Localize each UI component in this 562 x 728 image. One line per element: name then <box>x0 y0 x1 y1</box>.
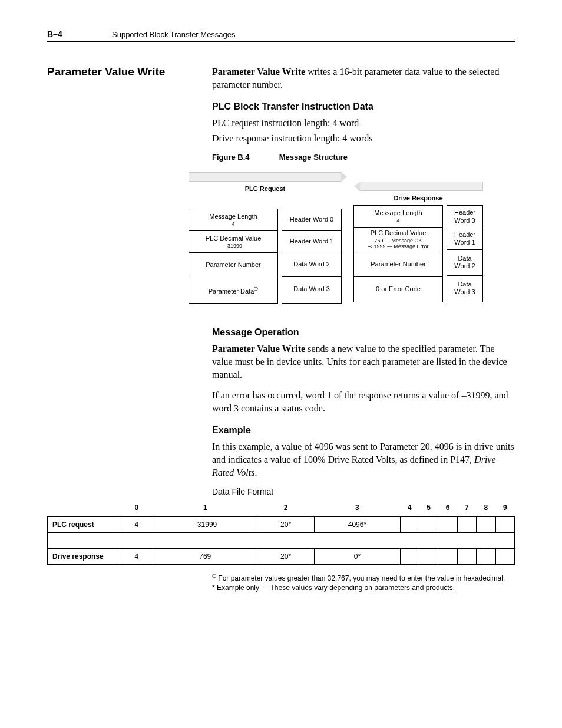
col-3: 3 <box>315 501 400 517</box>
row-label: PLC request <box>48 517 120 533</box>
plc-word: Data Word 2 <box>282 252 341 277</box>
drv-cell: 0 or Error Code <box>354 277 442 301</box>
plc-cell: PLC Decimal Value–31999 <box>189 231 277 253</box>
message-structure-diagram: PLC Request Message Length4 PLC Decimal … <box>189 172 515 304</box>
drv-right-stack: Header Word 0 Header Word 1 Data Word 2 … <box>447 205 483 302</box>
cell: 4 <box>120 549 153 565</box>
footnote-1: ➀ For parameter values greater than 32,7… <box>212 573 515 582</box>
page-header: B–4 Supported Block Transfer Messages <box>47 29 515 42</box>
cell: 20* <box>257 549 314 565</box>
plc-request-title: PLC Request <box>189 185 342 192</box>
msg-op-bold: Parameter Value Write <box>212 344 305 354</box>
cell <box>477 549 495 565</box>
plc-cell: Message Length4 <box>189 209 277 231</box>
col-4: 4 <box>400 501 419 517</box>
arrow-left-icon <box>359 182 483 191</box>
col-0: 0 <box>120 501 153 517</box>
drv-word: Header Word 0 <box>447 206 482 228</box>
intro-bold: Parameter Value Write <box>212 67 305 77</box>
cell <box>438 517 457 533</box>
cell: 0* <box>315 549 400 565</box>
plc-word: Header Word 1 <box>282 231 341 252</box>
drive-response-group: Drive Response Message Length4 PLC Decim… <box>353 172 483 304</box>
cell <box>495 517 514 533</box>
col-9: 9 <box>495 501 514 517</box>
table-header-row: 0 1 2 3 4 5 6 7 8 9 <box>48 501 515 517</box>
example-heading: Example <box>212 425 515 436</box>
plc-line1: PLC request instruction length: 4 word <box>212 117 515 130</box>
cell: 4096* <box>315 517 400 533</box>
drv-cell: Message Length4 <box>354 206 442 228</box>
col-7: 7 <box>457 501 476 517</box>
figure-label: Figure B.4 <box>212 153 277 162</box>
example-p1: In this example, a value of 4096 was sen… <box>212 440 515 479</box>
plc-line2: Drive response instruction length: 4 wor… <box>212 132 515 145</box>
msg-op-heading: Message Operation <box>212 327 515 338</box>
plc-word: Data Word 3 <box>282 277 341 301</box>
col-6: 6 <box>438 501 457 517</box>
plc-word: Header Word 0 <box>282 209 341 230</box>
footnote-2: * Example only — These values vary depen… <box>212 584 515 592</box>
drv-left-stack: Message Length4 PLC Decimal Value769 — M… <box>353 205 443 302</box>
cell: 20* <box>257 517 314 533</box>
drv-cell: PLC Decimal Value769 — Message OK–31999 … <box>354 228 442 252</box>
cell <box>438 549 457 565</box>
plc-right-stack: Header Word 0 Header Word 1 Data Word 2 … <box>282 209 342 304</box>
arrow-right-icon <box>189 172 342 182</box>
col-2: 2 <box>257 501 314 517</box>
drv-word: Header Word 1 <box>447 228 482 250</box>
drive-response-title: Drive Response <box>353 195 483 202</box>
col-1: 1 <box>153 501 257 517</box>
plc-cell: Parameter Data➀ <box>189 278 277 304</box>
drv-word: Data Word 3 <box>447 276 482 301</box>
example-p1b: . <box>254 467 257 477</box>
table-row: PLC request 4 –31999 20* 4096* <box>48 517 515 533</box>
plc-cell: Parameter Number <box>189 253 277 278</box>
cell <box>495 549 514 565</box>
plc-left-stack: Message Length4 PLC Decimal Value–31999 … <box>189 209 278 304</box>
data-file-table: 0 1 2 3 4 5 6 7 8 9 PLC request 4 –31999… <box>47 501 515 565</box>
example-p1a: In this example, a value of 4096 was sen… <box>212 442 514 465</box>
header-title: Supported Block Transfer Messages <box>112 30 236 39</box>
intro-para: Parameter Value Write writes a 16-bit pa… <box>212 65 515 91</box>
figure-title: Message Structure <box>279 153 348 162</box>
footnotes: ➀ For parameter values greater than 32,7… <box>212 573 515 592</box>
data-file-label: Data File Format <box>212 487 515 496</box>
cell <box>419 517 438 533</box>
msg-op-p1: Parameter Value Write sends a new value … <box>212 342 515 381</box>
cell <box>400 549 419 565</box>
cell: 4 <box>120 517 153 533</box>
cell <box>457 549 476 565</box>
section-title: Parameter Value Write <box>47 65 212 78</box>
plc-block-heading: PLC Block Transfer Instruction Data <box>212 101 515 112</box>
drv-cell: Parameter Number <box>354 252 442 277</box>
row-label: Drive response <box>48 549 120 565</box>
cell: 769 <box>153 549 257 565</box>
cell <box>400 517 419 533</box>
table-row: Drive response 4 769 20* 0* <box>48 549 515 565</box>
cell <box>419 549 438 565</box>
msg-op-p2: If an error has occurred, word 1 of the … <box>212 389 515 414</box>
plc-request-group: PLC Request Message Length4 PLC Decimal … <box>189 172 342 304</box>
cell <box>477 517 495 533</box>
figure-caption: Figure B.4 Message Structure <box>212 153 515 162</box>
page-number: B–4 <box>47 29 112 39</box>
col-5: 5 <box>419 501 438 517</box>
cell <box>457 517 476 533</box>
drv-word: Data Word 2 <box>447 250 482 275</box>
col-8: 8 <box>477 501 495 517</box>
cell: –31999 <box>153 517 257 533</box>
